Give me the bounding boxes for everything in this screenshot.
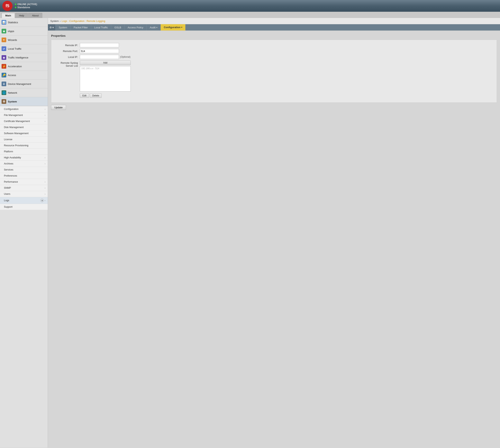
mode-dot: [15, 7, 17, 8]
mode-text: Standalone: [17, 6, 30, 9]
add-button[interactable]: Add: [80, 61, 131, 65]
audit-dropdown-arrow: ▾: [156, 26, 157, 29]
menu-label-local-traffic: Local Traffic: [94, 26, 108, 29]
logs-circle-icon: ⊕: [40, 199, 44, 202]
submenu-label-support: Support: [4, 206, 13, 208]
submenu-label-software-management: Software Management: [4, 132, 29, 135]
gear-icon: ⚙: [50, 26, 52, 29]
submenu-arrow-users: ›: [45, 193, 45, 195]
remote-port-input[interactable]: [80, 49, 119, 53]
tab-main[interactable]: Main: [1, 13, 15, 18]
remote-ip-label: Remote IP:: [54, 44, 80, 47]
sidebar-item-iapps[interactable]: ◆ iApps: [0, 27, 48, 36]
submenu-support[interactable]: Support: [0, 204, 48, 210]
menu-item-configuration[interactable]: Configuration ▾: [161, 24, 185, 31]
local-ip-row: Local IP: (Optional): [54, 55, 494, 59]
submenu-label-services: Services: [4, 168, 13, 171]
network-icon: 🌐: [1, 90, 6, 95]
gear-dropdown-arrow: ▾: [52, 26, 54, 29]
system-icon: ⚙: [1, 99, 6, 104]
breadcrumb-system[interactable]: System: [50, 19, 59, 22]
server-list-label: Remote Syslog Server List: [54, 61, 80, 67]
submenu-license[interactable]: License: [0, 137, 48, 143]
list-actions: Edit Delete: [80, 94, 131, 98]
menu-item-system[interactable]: System: [56, 24, 70, 31]
submenu-label-logs: Logs: [4, 199, 9, 202]
server-list-right: Add 192.168.x.x : 514 Edit Delete: [80, 61, 131, 98]
submenu-archives[interactable]: Archives ›: [0, 161, 48, 167]
menu-item-access-policy[interactable]: Access Policy: [124, 24, 147, 31]
submenu-services[interactable]: Services: [0, 167, 48, 173]
content-area: System » Logs : Configuration : Remote L…: [48, 18, 500, 448]
sidebar-label-device-management: Device Management: [8, 82, 31, 85]
status-text: ONLINE (ACTIVE): [17, 3, 37, 6]
delete-button[interactable]: Delete: [90, 94, 102, 98]
sidebar-label-system: System: [8, 100, 17, 103]
sidebar-item-device-management[interactable]: 🖥 Device Management: [0, 80, 48, 88]
menu-label-configuration: Configuration: [164, 26, 181, 29]
submenu-resource-provisioning[interactable]: Resource Provisioning: [0, 143, 48, 149]
submenu-preferences[interactable]: Preferences: [0, 173, 48, 179]
update-button[interactable]: Update: [51, 105, 66, 110]
submenu-file-management[interactable]: File Management ›: [0, 112, 48, 118]
submenu-platform[interactable]: Platform: [0, 149, 48, 155]
acceleration-icon: ⚡: [1, 64, 6, 69]
gear-button[interactable]: ⚙ ▾: [48, 24, 56, 31]
status-dot: [15, 3, 17, 5]
sidebar-item-statistics[interactable]: 📊 Statistics: [0, 18, 48, 27]
f5-logo: f5: [2, 1, 13, 11]
main-layout: 📊 Statistics ◆ iApps ✦ Wizards ⇄ Local T…: [0, 18, 500, 448]
submenu-arrow-snmp: ›: [45, 187, 45, 189]
submenu-label-high-availability: High Availability: [4, 156, 21, 159]
local-ip-label: Local IP:: [54, 56, 80, 59]
local-ip-optional: (Optional): [120, 56, 131, 58]
menu-label-access-policy: Access Policy: [128, 26, 143, 29]
sidebar-label-network: Network: [8, 91, 17, 94]
submenu-software-management[interactable]: Software Management ›: [0, 130, 48, 137]
tab-about[interactable]: About: [28, 13, 42, 18]
menu-label-gslb: GSLB: [114, 26, 121, 29]
wizards-icon: ✦: [1, 38, 6, 42]
submenu-logs[interactable]: Logs ⊕ ›: [0, 197, 48, 204]
local-ip-input[interactable]: [80, 55, 119, 59]
menu-item-local-traffic[interactable]: Local Traffic: [91, 24, 111, 31]
tab-help[interactable]: Help: [15, 13, 28, 18]
section-title: Properties: [51, 34, 497, 37]
nav-tabs: Main Help About: [0, 12, 500, 18]
sidebar-item-acceleration[interactable]: ⚡ Acceleration: [0, 62, 48, 71]
edit-button[interactable]: Edit: [80, 94, 89, 98]
breadcrumb-logs[interactable]: Logs : Configuration : Remote Logging: [62, 19, 105, 22]
sidebar-item-wizards[interactable]: ✦ Wizards: [0, 36, 48, 44]
sidebar-label-acceleration: Acceleration: [8, 65, 22, 68]
server-list-container: 192.168.x.x : 514: [80, 66, 131, 92]
submenu-label-resource-provisioning: Resource Provisioning: [4, 144, 28, 147]
sidebar-label-access: Access: [8, 74, 16, 77]
menu-item-audit[interactable]: Audit ▾: [147, 24, 161, 31]
submenu-performance[interactable]: Performance ›: [0, 179, 48, 185]
menu-item-gslb[interactable]: GSLB: [111, 24, 124, 31]
status-block: ONLINE (ACTIVE) Standalone: [15, 3, 37, 9]
submenu-high-availability[interactable]: High Availability ›: [0, 155, 48, 161]
sidebar-item-traffic-intelligence[interactable]: ◉ Traffic Intelligence: [0, 53, 48, 62]
submenu-certificate-management[interactable]: Certificate Management ›: [0, 118, 48, 124]
submenu-snmp[interactable]: SNMP ›: [0, 185, 48, 191]
submenu-arrow-software-management: ›: [45, 132, 45, 135]
sidebar-label-wizards: Wizards: [8, 38, 17, 41]
sidebar-item-network[interactable]: 🌐 Network: [0, 88, 48, 97]
submenu-label-performance: Performance: [4, 180, 18, 183]
menu-item-packet-filter[interactable]: Packet Filter: [70, 24, 91, 31]
submenu-users[interactable]: Users ›: [0, 191, 48, 197]
traffic-intelligence-icon: ◉: [1, 55, 6, 60]
configuration-dropdown-arrow: ▾: [181, 26, 182, 28]
local-traffic-icon: ⇄: [1, 46, 6, 51]
sidebar-item-system[interactable]: ⚙ System: [0, 97, 48, 106]
sidebar-item-local-traffic[interactable]: ⇄ Local Traffic: [0, 44, 48, 53]
sidebar-item-access[interactable]: 🔑 Access: [0, 71, 48, 80]
online-status: ONLINE (ACTIVE): [15, 3, 37, 6]
device-management-icon: 🖥: [1, 81, 6, 86]
submenu-configuration[interactable]: Configuration ›: [0, 106, 48, 112]
sidebar-label-statistics: Statistics: [8, 21, 18, 24]
submenu-disk-management[interactable]: Disk Management: [0, 124, 48, 130]
server-list-box[interactable]: 192.168.x.x : 514: [80, 66, 131, 92]
remote-ip-input[interactable]: [80, 43, 119, 47]
